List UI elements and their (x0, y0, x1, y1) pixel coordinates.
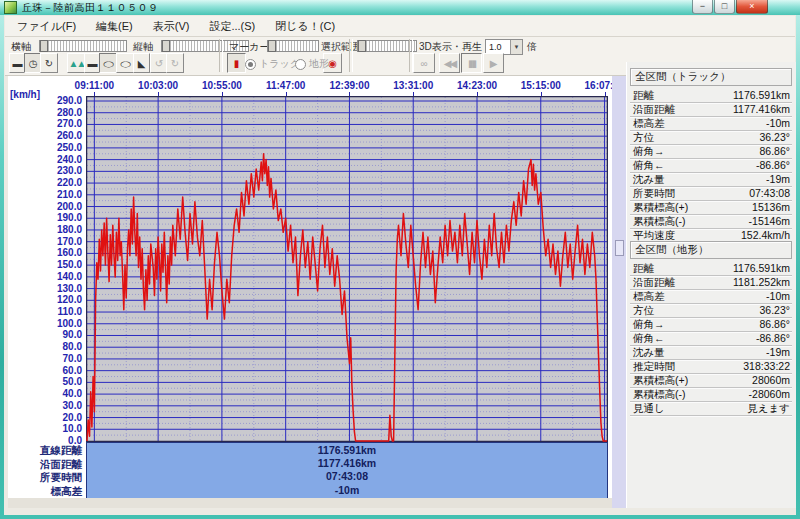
playback-rewind-icon-glyph: ◀◀ (444, 58, 455, 69)
slider-label-1: 縦軸 (133, 40, 153, 54)
rotate-cw-icon: ↻ (166, 53, 184, 73)
x-tick-label-2: 10:55:00 (190, 80, 254, 91)
summary-label-3: 標高差 (8, 485, 82, 499)
speed-plot-svg[interactable] (86, 96, 608, 442)
h-axis-distance-icon-glyph: ▬ (13, 58, 23, 69)
summary-label-0: 直線距離 (8, 444, 82, 458)
rotate-ccw-icon-glyph: ↺ (155, 58, 163, 69)
panel-row-label: 沿面距離 (630, 276, 675, 289)
radio-terrain-circle[interactable] (295, 59, 306, 70)
minimize-button[interactable]: − (692, 0, 713, 14)
slider-2[interactable] (267, 40, 319, 52)
v-axis-oval-select-icon-glyph: ◯ (120, 60, 131, 67)
x-tick-label-6: 14:23:00 (445, 80, 509, 91)
x-tick-label-5: 13:31:00 (381, 80, 445, 91)
panel-row-1-3: 方位36.23° (630, 304, 792, 318)
panel-row-value: -28060m (686, 388, 793, 401)
stereo-3d-glasses-icon: ∞ (413, 53, 435, 73)
panel-row-value: -19m (665, 173, 792, 186)
panel-row-value: 28060m (688, 374, 792, 387)
radio-terrain-label: 地形 (309, 57, 329, 71)
menu-item-0[interactable]: ファイル(F) (9, 17, 84, 36)
playback-pause-icon: ▮▮ (461, 53, 482, 73)
y-tick-label-170: 170.0 (10, 236, 82, 247)
y-tick-label-120: 120.0 (10, 294, 82, 305)
speed-plot[interactable] (86, 96, 608, 442)
panel-table-1: 距離1176.591km沿面距離1181.252km標高差-10m方位36.23… (630, 262, 792, 416)
close-button[interactable]: × (736, 0, 768, 14)
marker-pin-icon[interactable]: ▮ (227, 53, 246, 73)
menu-item-1[interactable]: 編集(E) (88, 17, 141, 36)
panel-row-value: 36.23° (654, 304, 792, 317)
splitter-grip[interactable] (615, 240, 624, 256)
slider-0[interactable] (39, 40, 127, 52)
menu-item-2[interactable]: 表示(V) (145, 17, 198, 36)
panel-row-label: 俯角← (630, 159, 665, 172)
summary-label-1: 沿面距離 (8, 458, 82, 472)
h-axis-clock-reset-icon[interactable]: ↻ (40, 53, 58, 73)
x-tick-label-7: 15:15:00 (509, 80, 573, 91)
summary-values-box: 1176.591km1177.416km07:43:08-10m (86, 442, 608, 500)
panel-row-label: 方位 (630, 304, 654, 317)
y-tick-label-260: 260.0 (10, 130, 82, 141)
panel-row-value: 318:33:22 (675, 360, 792, 373)
slider-3[interactable] (357, 40, 417, 52)
h-axis-clock-reset-icon-glyph: ↻ (45, 58, 53, 69)
radio-track[interactable]: トラック (245, 57, 300, 71)
panel-row-value: 1176.591km (654, 89, 792, 102)
y-tick-label-30: 30.0 (10, 400, 82, 411)
v-axis-terrain-icon-glyph: ▲▲ (69, 58, 85, 69)
slider-thumb-2[interactable] (268, 40, 276, 52)
title-bar[interactable]: 丘珠－陸前高田１１０５０９ −□× (0, 0, 800, 15)
slider-thumb-0[interactable] (40, 40, 48, 52)
panel-row-0-5: 俯角←-86.86° (630, 159, 792, 173)
slider-thumb-1[interactable] (162, 40, 170, 52)
summary-label-2: 所要時間 (8, 471, 82, 485)
panel-row-value: 07:43:08 (675, 187, 792, 200)
panel-row-1-1: 沿面距離1181.252km (630, 276, 792, 290)
panel-row-0-0: 距離1176.591km (630, 89, 792, 103)
y-tick-label-50: 50.0 (10, 376, 82, 387)
panel-row-1-10: 見通し見えます (630, 402, 792, 416)
radio-track-circle[interactable] (245, 59, 256, 70)
y-tick-label-270: 270.0 (10, 118, 82, 129)
toolbar-separator-0 (219, 39, 223, 72)
radio-terrain[interactable]: 地形 (295, 57, 329, 71)
summary-value-3: -10m (87, 484, 607, 497)
stereo-3d-glasses-icon-glyph: ∞ (420, 58, 427, 69)
panel-row-value: 15136m (688, 201, 792, 214)
chart-region[interactable]: [km/h] 09:11:0010:03:0010:55:0011:47:001… (8, 76, 620, 508)
summary-value-1: 1177.416km (87, 457, 607, 470)
menu-item-3[interactable]: 設定...(S) (201, 17, 263, 36)
panel-splitter[interactable] (612, 76, 626, 508)
summary-value-2: 07:43:08 (87, 470, 607, 483)
chevron-down-icon[interactable]: ▼ (510, 40, 522, 54)
x-tick-label-0: 09:11:00 (62, 80, 126, 91)
slider-thumb-3[interactable] (358, 40, 366, 52)
y-tick-label-40: 40.0 (10, 388, 82, 399)
radio-track-label: トラック (259, 57, 300, 71)
menu-item-4[interactable]: 閉じる！(C) (267, 17, 343, 36)
rotate-cw-icon-glyph: ↻ (171, 58, 179, 69)
panel-row-value: 86.86° (665, 145, 793, 158)
panel-row-value: -10m (665, 117, 793, 130)
playback-play-icon-glyph: ▶ (490, 58, 498, 69)
y-tick-label-210: 210.0 (10, 189, 82, 200)
panel-row-label: 累積標高(-) (630, 388, 686, 401)
y-tick-label-70: 70.0 (10, 353, 82, 364)
v-axis-slope-icon[interactable]: ◣ (133, 53, 150, 73)
panel-row-0-4: 俯角→86.86° (630, 145, 792, 159)
panel-row-label: 沈み量 (630, 173, 665, 186)
panel-row-label: 方位 (630, 131, 654, 144)
panel-row-label: 累積標高(+) (630, 374, 688, 387)
panel-row-1-4: 俯角→86.86° (630, 318, 792, 332)
panel-row-0-9: 累積標高(-)-15146m (630, 215, 792, 229)
panel-row-label: 沈み量 (630, 346, 665, 359)
window-icon (4, 1, 17, 14)
window-title: 丘珠－陸前高田１１０５０９ (22, 1, 159, 15)
panel-row-0-1: 沿面距離1177.416km (630, 103, 792, 117)
panel-row-label: 距離 (630, 89, 654, 102)
panel-row-label: 標高差 (630, 290, 665, 303)
maximize-button[interactable]: □ (714, 0, 735, 14)
h-axis-clock-icon-glyph: ◷ (29, 58, 38, 69)
